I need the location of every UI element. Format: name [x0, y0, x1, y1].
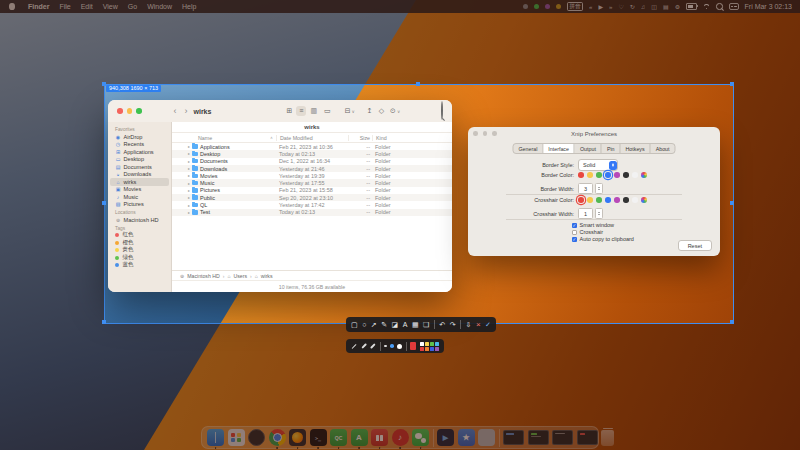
- menu-file[interactable]: File: [54, 3, 75, 10]
- list-view-button[interactable]: ≡: [296, 106, 306, 116]
- swatch-yellow[interactable]: [587, 172, 593, 178]
- stroke-thick-option[interactable]: [370, 343, 376, 349]
- path-item-users[interactable]: Users: [233, 273, 247, 279]
- sidebar-item-macintosh-hd[interactable]: ⊚Macintosh HD: [110, 216, 169, 224]
- dock-minimized-window-3[interactable]: [552, 430, 573, 445]
- file-row-pictures[interactable]: ▸PicturesFeb 21, 2023 at 15:58--Folder: [172, 187, 452, 194]
- border-width-stepper[interactable]: [595, 183, 603, 194]
- group-button[interactable]: ⊟ ∨: [342, 106, 358, 116]
- column-size[interactable]: Size: [348, 135, 372, 141]
- palette-yellow[interactable]: [425, 342, 429, 346]
- menu-help[interactable]: Help: [177, 3, 201, 10]
- music-app-icon[interactable]: ♫: [641, 4, 646, 10]
- tab-interface[interactable]: Interface: [543, 144, 575, 153]
- crosshair-checkbox-row[interactable]: Crosshair: [572, 229, 603, 235]
- column-kind[interactable]: Kind: [372, 135, 452, 141]
- disclosure-icon[interactable]: ▸: [188, 173, 190, 178]
- sidebar-item-downloads[interactable]: ◒Downloads: [110, 171, 169, 179]
- border-style-popup[interactable]: Solid: [578, 159, 618, 171]
- media-next-icon[interactable]: »: [609, 4, 612, 10]
- file-row-applications[interactable]: ▸ApplicationsFeb 21, 2023 at 10:36--Fold…: [172, 143, 452, 150]
- palette-cyan[interactable]: [435, 342, 439, 346]
- status-icon-3[interactable]: ⚙: [675, 3, 680, 10]
- swatch-red[interactable]: [578, 172, 584, 178]
- checkbox-unchecked-icon[interactable]: [572, 230, 577, 235]
- swatch-green[interactable]: [596, 172, 602, 178]
- smart-window-checkbox-row[interactable]: ✓ Smart window: [572, 222, 614, 228]
- zoom-button[interactable]: [136, 108, 142, 114]
- menu-bar-clock[interactable]: Fri Mar 3 02:13: [745, 3, 792, 10]
- rect-tool[interactable]: ▢: [351, 317, 358, 332]
- sidebar-item-documents[interactable]: ▤Documents: [110, 163, 169, 171]
- dock-terminal[interactable]: >_: [310, 429, 327, 446]
- tab-general[interactable]: General: [513, 144, 543, 153]
- checkbox-checked-icon[interactable]: ✓: [572, 237, 577, 242]
- status-icon-2[interactable]: ▤: [663, 3, 669, 10]
- sidebar-tag-green[interactable]: 绿色: [110, 254, 169, 262]
- icon-view-button[interactable]: ⊞: [283, 106, 295, 116]
- file-row-public[interactable]: ▸PublicSep 20, 2022 at 23:10--Folder: [172, 194, 452, 201]
- crosshair-width-stepper[interactable]: [595, 208, 603, 219]
- share-button[interactable]: ↥: [364, 106, 376, 116]
- size-small-option[interactable]: [384, 345, 387, 348]
- dock-wechat[interactable]: [412, 429, 429, 446]
- auto-copy-checkbox-row[interactable]: ✓ Auto copy to clipboard: [572, 236, 634, 242]
- swatch-blue-selected[interactable]: [605, 172, 611, 178]
- wifi-icon[interactable]: [703, 4, 710, 9]
- swatch-purple[interactable]: [614, 172, 620, 178]
- swatch-red-selected[interactable]: [578, 197, 584, 203]
- tray-app-icon-4[interactable]: [556, 4, 561, 9]
- dock-trash[interactable]: [601, 430, 614, 446]
- swatch-green[interactable]: [596, 197, 602, 203]
- dock-chrome[interactable]: [269, 429, 286, 446]
- callout-tool[interactable]: ❏: [423, 317, 429, 332]
- dock-firefox[interactable]: [289, 429, 306, 446]
- dock-minimized-window-2[interactable]: [528, 430, 549, 445]
- file-row-music[interactable]: ▸MusicYesterday at 17:55--Folder: [172, 179, 452, 186]
- sidebar-tag-yellow[interactable]: 黄色: [110, 247, 169, 255]
- marker-tool[interactable]: ◪: [392, 317, 399, 332]
- swatch-white[interactable]: [632, 197, 638, 203]
- dock-netease-music[interactable]: ♪: [392, 429, 409, 446]
- tab-hotkeys[interactable]: Hotkeys: [621, 144, 651, 153]
- selection-handle-e[interactable]: [730, 201, 734, 205]
- sidebar-tag-orange[interactable]: 橙色: [110, 239, 169, 247]
- sidebar-item-applications[interactable]: ⊞Applications: [110, 148, 169, 156]
- disclosure-icon[interactable]: ▸: [188, 210, 190, 215]
- tags-button[interactable]: ◇: [376, 106, 387, 116]
- menu-finder[interactable]: Finder: [23, 3, 54, 10]
- tray-app-icon-2[interactable]: [534, 4, 539, 9]
- checkbox-checked-icon[interactable]: ✓: [572, 223, 577, 228]
- disclosure-icon[interactable]: ▸: [188, 181, 190, 186]
- finder-window[interactable]: ‹ › wirks ⊞ ≡ ▥ ▭ ⊟ ∨ ↥ ◇ ⊙ ∨ Favorites …: [108, 100, 452, 292]
- selection-handle-ne[interactable]: [730, 82, 734, 86]
- border-width-field[interactable]: 3: [578, 183, 593, 194]
- menu-window[interactable]: Window: [142, 3, 177, 10]
- menu-go[interactable]: Go: [123, 3, 142, 10]
- disclosure-icon[interactable]: ▸: [188, 151, 190, 156]
- tray-app-icon-1[interactable]: [523, 4, 528, 9]
- dock-qc-app[interactable]: QC: [330, 429, 347, 446]
- swatch-purple[interactable]: [614, 197, 620, 203]
- swatch-black[interactable]: [623, 197, 629, 203]
- more-actions-button[interactable]: ⊙ ∨: [387, 106, 403, 116]
- confirm-button[interactable]: ✓: [485, 317, 491, 332]
- media-like-icon[interactable]: ♡: [618, 3, 623, 10]
- tray-app-icon-3[interactable]: [545, 4, 550, 9]
- selection-handle-n[interactable]: [416, 82, 420, 86]
- disclosure-icon[interactable]: ▸: [188, 203, 190, 208]
- dock-star-app[interactable]: ★: [458, 429, 475, 446]
- sidebar-item-recents[interactable]: ◷Recents: [110, 141, 169, 149]
- selection-handle-w[interactable]: [102, 201, 106, 205]
- sidebar-item-pictures[interactable]: ▨Pictures: [110, 201, 169, 209]
- arrow-tool[interactable]: ↗: [371, 317, 377, 332]
- cancel-button[interactable]: ×: [476, 317, 481, 332]
- size-medium-option[interactable]: [390, 344, 394, 348]
- media-play-icon[interactable]: ▶: [598, 3, 603, 10]
- file-row-ql[interactable]: ▸QLYesterday at 17:42--Folder: [172, 201, 452, 208]
- dock-dark-circle-app[interactable]: [248, 429, 265, 446]
- file-row-desktop[interactable]: ▸DesktopToday at 02:13--Folder: [172, 150, 452, 157]
- path-item-macintosh-hd[interactable]: Macintosh HD: [187, 273, 220, 279]
- redo-button[interactable]: ↷: [450, 317, 456, 332]
- dock-video-player[interactable]: ▶: [437, 429, 454, 446]
